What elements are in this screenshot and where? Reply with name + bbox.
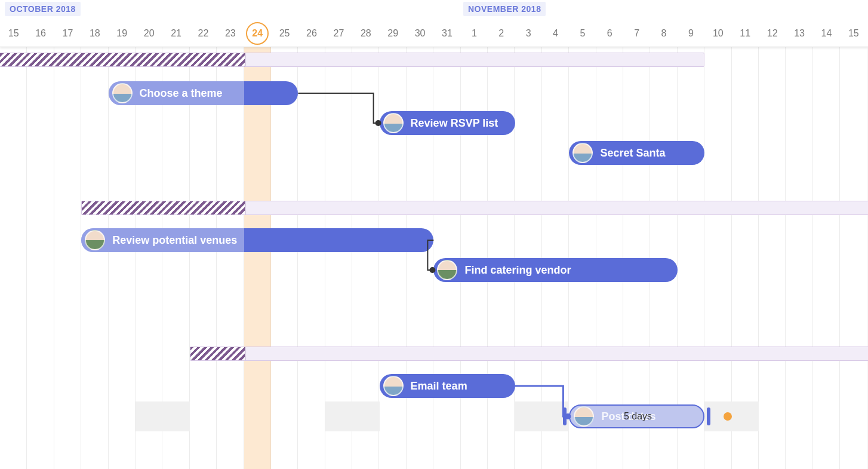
resize-handle-left[interactable]: [563, 407, 567, 425]
day-cell[interactable]: 12: [759, 20, 786, 47]
task-label: Choose a theme: [140, 87, 223, 100]
day-cell[interactable]: 22: [190, 20, 217, 47]
today-highlight: [244, 47, 271, 469]
day-cell[interactable]: 8: [650, 20, 677, 47]
task-label: Review potential venues: [112, 234, 237, 247]
weekend-cell: [325, 401, 352, 431]
weekend-cell: [162, 401, 189, 431]
weekend-cell: [515, 401, 542, 431]
assignee-avatar[interactable]: [572, 143, 593, 163]
summary-progress: [190, 347, 245, 360]
assignee-avatar[interactable]: [437, 260, 457, 280]
day-cell[interactable]: 3: [515, 20, 541, 47]
day-cell[interactable]: 31: [433, 20, 460, 47]
day-cell[interactable]: 26: [298, 20, 325, 47]
assignee-avatar[interactable]: [112, 83, 133, 103]
day-cell[interactable]: 23: [217, 20, 244, 47]
task-label: Secret Santa: [600, 147, 665, 160]
day-cell[interactable]: 27: [325, 20, 352, 47]
day-cell[interactable]: 19: [109, 20, 136, 47]
weekend-cell: [352, 401, 379, 431]
day-cell[interactable]: 18: [81, 20, 108, 47]
day-cell[interactable]: 11: [732, 20, 759, 47]
day-cell[interactable]: 15: [0, 20, 27, 47]
assignee-avatar[interactable]: [574, 406, 594, 427]
resize-handle-right[interactable]: [707, 407, 710, 425]
day-cell[interactable]: 21: [162, 20, 189, 47]
task-bar-t7[interactable]: Post dates5 days: [569, 404, 704, 428]
summary-bar[interactable]: [0, 53, 704, 67]
task-bar-t4[interactable]: Review potential venues: [81, 228, 433, 252]
weekend-cell: [136, 401, 162, 431]
assignee-avatar[interactable]: [85, 230, 105, 250]
task-label: Review RSVP list: [411, 117, 498, 130]
day-cell-today[interactable]: 24: [244, 20, 271, 47]
day-cell[interactable]: 1: [461, 20, 488, 47]
month-label-oct: OCTOBER 2018: [5, 2, 81, 16]
day-cell[interactable]: 28: [352, 20, 379, 47]
timeline-header: OCTOBER 2018 NOVEMBER 2018 1516171819202…: [0, 0, 868, 47]
task-bar-t3[interactable]: Secret Santa: [569, 141, 704, 165]
task-label: Find catering vendor: [464, 264, 571, 277]
day-cell[interactable]: 29: [379, 20, 406, 47]
day-cell[interactable]: 25: [271, 20, 298, 47]
day-cell[interactable]: 5: [569, 20, 596, 47]
month-label-nov: NOVEMBER 2018: [463, 2, 546, 16]
days-row: 1516171819202122232425262728293031123456…: [0, 20, 868, 47]
day-cell[interactable]: 6: [596, 20, 623, 47]
assignee-avatar[interactable]: [383, 113, 404, 133]
duration-tooltip: 5 days: [624, 411, 652, 422]
day-cell[interactable]: 2: [488, 20, 515, 47]
summary-progress: [0, 53, 245, 66]
day-cell[interactable]: 10: [704, 20, 731, 47]
weekend-cell: [732, 401, 759, 431]
day-cell[interactable]: 15: [840, 20, 867, 47]
day-cell[interactable]: 16: [27, 20, 54, 47]
gantt-grid[interactable]: Choose a themeReview RSVP listSecret San…: [0, 47, 868, 469]
task-bar-t1[interactable]: Choose a theme: [109, 81, 298, 105]
task-bar-t5[interactable]: Find catering vendor: [433, 258, 678, 282]
day-cell[interactable]: 9: [678, 20, 704, 47]
task-label: Email team: [411, 380, 467, 393]
day-cell[interactable]: 30: [407, 20, 433, 47]
day-cell[interactable]: 20: [136, 20, 162, 47]
summary-progress: [82, 201, 245, 214]
day-cell[interactable]: 14: [813, 20, 840, 47]
assignee-avatar[interactable]: [383, 376, 404, 396]
day-cell[interactable]: 13: [786, 20, 812, 47]
day-cell[interactable]: 17: [54, 20, 81, 47]
task-bar-t6[interactable]: Email team: [380, 374, 515, 398]
task-bar-t2[interactable]: Review RSVP list: [380, 111, 515, 135]
day-cell[interactable]: 7: [623, 20, 650, 47]
day-cell[interactable]: 4: [542, 20, 569, 47]
summary-bar[interactable]: [81, 201, 868, 215]
summary-bar[interactable]: [190, 347, 868, 361]
